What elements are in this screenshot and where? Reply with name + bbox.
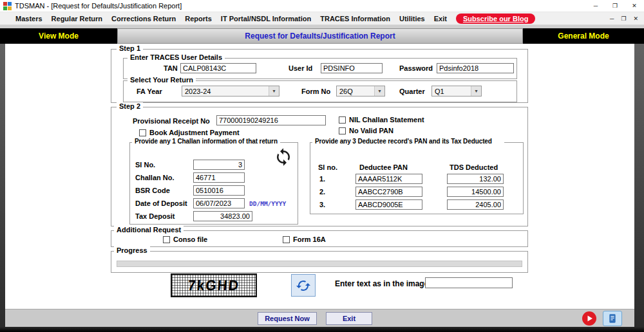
prn-input[interactable] [216,115,326,125]
window-title: TDSMAN - [Request for Defaults/Justifica… [15,2,182,10]
deductee-row1-sl: 1. [319,175,325,183]
play-icon [582,311,597,326]
menu-exit[interactable]: Exit [434,15,447,23]
chevron-down-icon: ▾ [471,86,481,96]
bsr-code-label: BSR Code [135,187,170,194]
menu-utilities[interactable]: Utilities [399,15,425,23]
checkbox-box [283,236,290,243]
deductee-header-pan: Deductee PAN [359,163,408,171]
userid-label: User Id [289,64,312,72]
quarter-value: Q1 [432,88,471,95]
subscribe-blog-button[interactable]: Subscribe our Blog [456,14,535,24]
captcha-image: 7kGHD [171,273,257,297]
deductee-group-title: Provide any 3 Deductee record's PAN and … [312,138,504,145]
chevron-down-icon: ▾ [374,86,384,96]
form16a-label: Form 16A [293,235,326,243]
tax-deposit-input[interactable] [193,211,252,221]
progress-group: Progress [111,251,528,273]
quarter-label: Quarter [399,88,425,95]
step1-group: Step 1 Enter TRACES User Details TAN Use… [111,49,528,103]
challan-no-input[interactable] [193,172,245,183]
captcha-refresh-button[interactable] [291,274,316,297]
slno-label: Sl No. [135,161,155,169]
deductee-header-tds: TDS Deducted [450,163,498,171]
general-mode-button[interactable]: General Mode [523,28,644,44]
mdi-window-controls: ─ ❐ ✕ [610,15,644,22]
captcha-input[interactable] [425,277,513,288]
step1-title: Step 1 [117,44,143,52]
exit-button[interactable]: Exit [326,312,372,325]
form-no-value: 26Q [337,88,374,95]
menu-traces-information[interactable]: TRACES Information [320,15,390,23]
no-valid-pan-checkbox[interactable]: No Valid PAN [339,127,393,134]
deductee-row1-tds-input[interactable] [447,174,504,184]
request-now-button[interactable]: Request Now [258,312,317,325]
deductee-row3-pan-input[interactable] [355,199,422,210]
form16a-checkbox[interactable]: Form 16A [283,235,326,243]
deductee-row3-sl: 3. [319,201,325,208]
date-of-deposit-label: Date of Deposit [135,199,187,207]
app-icon [3,2,12,10]
bsr-code-input[interactable] [193,185,245,196]
challan-group-title: Provide any 1 Challan information of tha… [132,138,280,145]
deductee-group: Provide any 3 Deductee record's PAN and … [310,142,524,214]
password-input[interactable] [437,63,514,73]
menu-bar: Masters Regular Return Corrections Retur… [0,12,644,25]
document-icon [607,313,618,324]
challan-refresh-button[interactable] [273,147,294,167]
checkbox-box [339,127,346,134]
restore-icon[interactable]: ❐ [605,0,625,12]
mdi-close-icon[interactable]: ✕ [633,15,638,22]
select-return-group: Select Your Return FA Year 2023-24 ▾ For… [123,80,517,102]
deductee-row1-pan-input[interactable] [355,174,422,184]
window-controls: ─ ❐ ✕ [586,0,644,12]
quarter-select[interactable]: Q1 ▾ [431,86,482,97]
menu-reports[interactable]: Reports [185,15,212,23]
deductee-row3-tds-input[interactable] [447,199,504,210]
deductee-row2-tds-input[interactable] [447,187,504,197]
nil-challan-checkbox[interactable]: NIL Challan Statement [339,116,424,124]
challan-no-label: Challan No. [135,174,175,181]
deductee-row2-sl: 2. [319,188,325,196]
fa-year-value: 2023-24 [182,88,269,95]
progress-title: Progress [114,246,150,254]
tan-label: TAN [164,64,178,72]
mdi-minimize-icon[interactable]: ─ [610,15,614,22]
tax-deposit-label: Tax Deposit [135,212,175,220]
app-window: TDSMAN - [Request for Defaults/Justifica… [0,0,644,332]
prn-label: Provisional Receipt No [133,117,210,125]
page-title: Request for Defaults/Justification Repor… [117,28,523,44]
deductee-row2-pan-input[interactable] [355,187,422,197]
title-bar: TDSMAN - [Request for Defaults/Justifica… [0,0,644,12]
slno-input[interactable] [193,160,245,170]
form-no-label: Form No [301,88,330,95]
view-mode-button[interactable]: View Mode [0,28,117,44]
password-label: Password [399,64,433,72]
fa-year-select[interactable]: 2023-24 ▾ [182,86,279,97]
menu-it-portal-nsdl[interactable]: IT Portal/NSDL Information [221,15,311,23]
book-adjustment-checkbox[interactable]: Book Adjustment Payment [139,129,240,136]
menu-masters[interactable]: Masters [15,15,43,23]
close-icon[interactable]: ✕ [625,0,644,12]
conso-file-checkbox[interactable]: Conso file [163,235,207,243]
book-adjustment-label: Book Adjustment Payment [149,129,240,136]
video-help-button[interactable] [582,311,597,326]
captcha-text: 7kGHD [187,277,240,293]
date-format-hint: DD/MM/YYYY [249,200,286,207]
additional-request-group: Additional Request Conso file Form 16A [111,230,528,247]
tan-input[interactable] [180,63,256,73]
main-panel: Step 1 Enter TRACES User Details TAN Use… [5,44,634,309]
bottom-bar: Request Now Exit [5,309,634,327]
select-return-group-title: Select Your Return [128,76,196,84]
refresh-icon [274,147,293,167]
menu-corrections-return[interactable]: Corrections Return [111,15,176,23]
date-of-deposit-input[interactable] [193,198,245,208]
userid-input[interactable] [321,63,383,73]
minimize-icon[interactable]: ─ [586,0,605,12]
conso-file-label: Conso file [173,235,207,243]
menu-regular-return[interactable]: Regular Return [52,15,102,23]
mdi-restore-icon[interactable]: ❐ [621,15,626,22]
report-doc-button[interactable] [603,311,622,326]
fa-year-label: FA Year [137,88,162,95]
form-no-select[interactable]: 26Q ▾ [336,86,385,97]
